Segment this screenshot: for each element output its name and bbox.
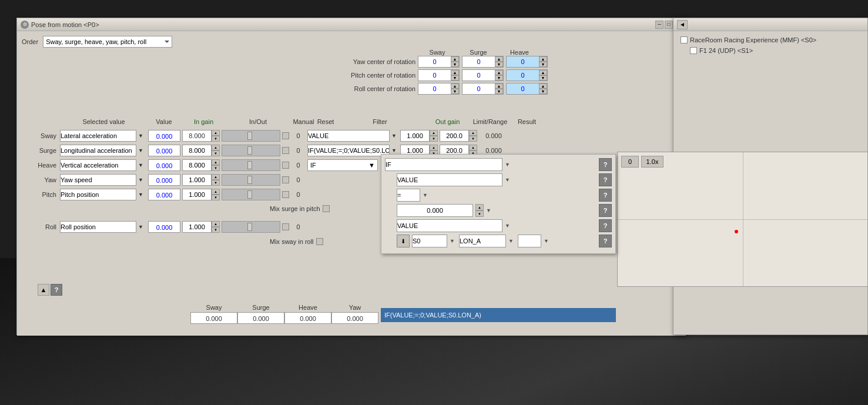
surge-gain-down[interactable]: ▼ bbox=[212, 150, 220, 156]
roll-gain-up[interactable]: ▲ bbox=[212, 221, 220, 227]
sway-limit[interactable] bbox=[440, 130, 469, 142]
sway-gain-down[interactable]: ▼ bbox=[212, 136, 220, 142]
sway-manual-check[interactable] bbox=[282, 132, 289, 139]
filter-s0-help[interactable]: ? bbox=[599, 235, 612, 247]
heave-gain-up[interactable]: ▲ bbox=[212, 159, 220, 165]
cor-roll-surge-up[interactable]: ▲ bbox=[495, 83, 503, 89]
sway-limit-down[interactable]: ▼ bbox=[469, 136, 477, 142]
roll-in-gain[interactable] bbox=[182, 221, 212, 233]
filter-extra-select[interactable] bbox=[518, 235, 541, 247]
surge-limit-up[interactable]: ▲ bbox=[469, 145, 477, 150]
roll-gain-down[interactable]: ▼ bbox=[212, 227, 220, 233]
cor-yaw-sway-down[interactable]: ▼ bbox=[451, 62, 459, 67]
sway-select[interactable]: Lateral acceleration bbox=[60, 130, 136, 142]
graph-btn-zoom[interactable]: 1.0x bbox=[641, 156, 663, 168]
cor-roll-heave-down[interactable]: ▼ bbox=[539, 89, 547, 94]
heave-slider[interactable] bbox=[222, 159, 280, 171]
surge-filter[interactable]: IF(VALUE;=;0;VALUE;S0.LON... bbox=[307, 145, 390, 156]
cor-pitch-heave-down[interactable]: ▼ bbox=[539, 75, 547, 81]
surge-out-gain-up[interactable]: ▲ bbox=[430, 145, 438, 150]
cor-yaw-surge-down[interactable]: ▼ bbox=[495, 62, 503, 67]
source-raceroom-checkbox[interactable] bbox=[681, 36, 688, 43]
surge-select[interactable]: Longitudinal acceleration bbox=[60, 145, 136, 156]
sway-slider[interactable] bbox=[222, 130, 280, 142]
cor-pitch-sway-input[interactable] bbox=[418, 70, 451, 81]
sway-out-gain-up[interactable]: ▲ bbox=[430, 130, 438, 136]
filter-s0-select[interactable]: S0 bbox=[412, 235, 447, 247]
cor-roll-sway-input[interactable] bbox=[418, 83, 451, 94]
cor-yaw-heave-up[interactable]: ▲ bbox=[539, 56, 547, 62]
heave-manual-check[interactable] bbox=[282, 162, 289, 169]
source-f124-checkbox[interactable] bbox=[690, 47, 697, 54]
heave-select[interactable]: Vertical acceleration bbox=[60, 159, 136, 171]
filter-num-input[interactable] bbox=[397, 204, 473, 217]
surge-gain-up[interactable]: ▲ bbox=[212, 145, 220, 150]
cor-pitch-surge-up[interactable]: ▲ bbox=[495, 70, 503, 75]
sway-out-gain[interactable] bbox=[400, 130, 430, 142]
sway-in-gain[interactable] bbox=[182, 130, 212, 142]
yaw-gain-down[interactable]: ▼ bbox=[212, 180, 220, 186]
cor-pitch-surge-input[interactable] bbox=[463, 70, 495, 81]
pitch-gain-up[interactable]: ▲ bbox=[212, 189, 220, 195]
filter-lona-select[interactable]: LON_A bbox=[459, 235, 506, 247]
cor-yaw-sway-up[interactable]: ▲ bbox=[451, 56, 459, 62]
filter-num-up[interactable]: ▲ bbox=[475, 204, 484, 210]
cor-yaw-heave-input[interactable] bbox=[507, 56, 539, 67]
heave-in-gain[interactable] bbox=[182, 159, 212, 171]
surge-slider[interactable] bbox=[222, 145, 280, 156]
cor-yaw-surge-up[interactable]: ▲ bbox=[495, 56, 503, 62]
cor-yaw-sway-input[interactable] bbox=[418, 56, 451, 67]
maximize-btn[interactable]: □ bbox=[665, 21, 673, 29]
yaw-manual-check[interactable] bbox=[282, 176, 289, 183]
surge-manual-check[interactable] bbox=[282, 147, 289, 154]
sway-out-gain-down[interactable]: ▼ bbox=[430, 136, 438, 142]
roll-slider[interactable] bbox=[222, 221, 280, 233]
graph-btn-0[interactable]: 0 bbox=[621, 156, 639, 168]
sway-filter[interactable]: VALUE bbox=[307, 130, 390, 142]
mix-surge-check[interactable] bbox=[323, 205, 330, 212]
cor-roll-surge-down[interactable]: ▼ bbox=[495, 89, 503, 94]
filter-s0-icon[interactable]: ⬇ bbox=[397, 235, 410, 247]
filter-eq-help[interactable]: ? bbox=[599, 189, 612, 202]
mix-sway-check[interactable] bbox=[316, 238, 323, 245]
filter-if-select[interactable]: IF bbox=[385, 158, 502, 171]
sway-limit-up[interactable]: ▲ bbox=[469, 130, 477, 136]
minimize-btn[interactable]: ─ bbox=[655, 21, 663, 29]
filter-value1-help[interactable]: ? bbox=[599, 173, 612, 186]
filter-num-help[interactable]: ? bbox=[599, 204, 612, 217]
cor-pitch-surge-down[interactable]: ▼ bbox=[495, 75, 503, 81]
cor-pitch-sway-up[interactable]: ▲ bbox=[451, 70, 459, 75]
yaw-select[interactable]: Yaw speed bbox=[60, 174, 136, 186]
cor-roll-sway-up[interactable]: ▲ bbox=[451, 83, 459, 89]
cor-pitch-sway-down[interactable]: ▼ bbox=[451, 75, 459, 81]
cor-pitch-heave-up[interactable]: ▲ bbox=[539, 70, 547, 75]
pitch-select[interactable]: Pitch position bbox=[60, 189, 136, 200]
roll-select[interactable]: Roll position bbox=[60, 221, 136, 233]
cor-yaw-surge-input[interactable] bbox=[463, 56, 495, 67]
filter-num-down[interactable]: ▼ bbox=[475, 210, 484, 217]
cor-pitch-heave-input[interactable] bbox=[507, 70, 539, 81]
filter-value1-select[interactable]: VALUE bbox=[397, 173, 502, 186]
filter-value2-help[interactable]: ? bbox=[599, 219, 612, 232]
heave-filter-display[interactable]: IF ▼ bbox=[307, 159, 378, 171]
yaw-in-gain[interactable] bbox=[182, 174, 212, 186]
cor-roll-heave-input[interactable] bbox=[507, 83, 539, 94]
filter-if-help[interactable]: ? bbox=[599, 158, 612, 171]
cor-roll-surge-input[interactable] bbox=[463, 83, 495, 94]
nav-up-btn[interactable]: ▲ bbox=[38, 284, 49, 296]
filter-value2-select[interactable]: VALUE bbox=[397, 219, 502, 232]
cor-yaw-heave-down[interactable]: ▼ bbox=[539, 62, 547, 67]
nav-left-btn[interactable]: ◄ bbox=[677, 20, 688, 29]
roll-manual-check[interactable] bbox=[282, 223, 289, 230]
cor-roll-sway-down[interactable]: ▼ bbox=[451, 89, 459, 94]
surge-in-gain[interactable] bbox=[182, 145, 212, 156]
order-select[interactable]: Sway, surge, heave, yaw, pitch, roll bbox=[43, 36, 172, 48]
pitch-manual-check[interactable] bbox=[282, 191, 289, 198]
pitch-in-gain[interactable] bbox=[182, 189, 212, 200]
sway-gain-up[interactable]: ▲ bbox=[212, 130, 220, 136]
pitch-slider[interactable] bbox=[222, 189, 280, 200]
cor-roll-heave-up[interactable]: ▲ bbox=[539, 83, 547, 89]
yaw-gain-up[interactable]: ▲ bbox=[212, 174, 220, 180]
filter-eq-select[interactable]: = bbox=[397, 189, 420, 202]
yaw-slider[interactable] bbox=[222, 174, 280, 186]
